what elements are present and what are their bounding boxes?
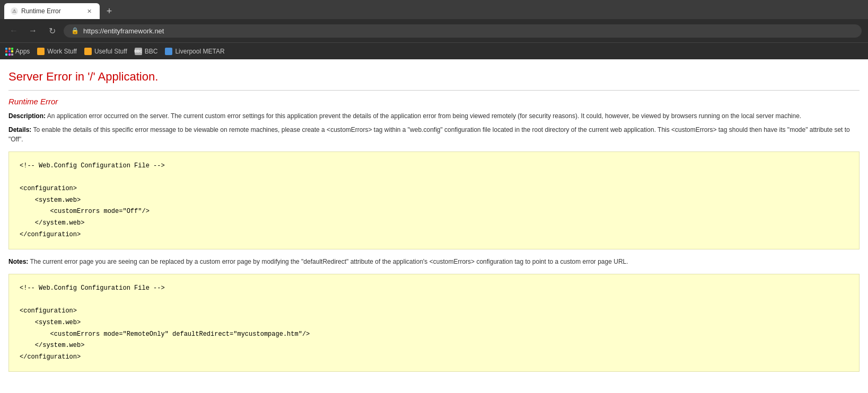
code-line-1-4: <customErrors mode="Off"/> bbox=[20, 206, 848, 218]
code-line-2-0: <!-- Web.Config Configuration File --> bbox=[20, 283, 848, 294]
code-line-1-5: </system.web> bbox=[20, 218, 848, 229]
back-button[interactable]: ← bbox=[6, 23, 21, 38]
code-line-1-1 bbox=[20, 172, 848, 184]
back-icon: ← bbox=[10, 26, 18, 35]
reload-icon: ↻ bbox=[49, 26, 56, 36]
code-line-2-5: </system.web> bbox=[20, 340, 848, 352]
forward-icon: → bbox=[29, 26, 37, 35]
bookmarks-bar: Apps Work Stuff Useful Stuff BBC BBC Liv… bbox=[0, 42, 868, 59]
bookmark-bbc[interactable]: BBC BBC bbox=[135, 48, 158, 55]
section-subtitle: Runtime Error bbox=[8, 97, 860, 106]
tab-close-button[interactable]: ✕ bbox=[85, 7, 93, 15]
forward-button[interactable]: → bbox=[25, 23, 40, 38]
useful-stuff-icon bbox=[84, 48, 92, 55]
browser-chrome: ⚠ Runtime Error ✕ + ← → ↻ 🔒 https://enti… bbox=[0, 0, 868, 59]
code-block-1: <!-- Web.Config Configuration File --> <… bbox=[8, 151, 860, 249]
tab-favicon: ⚠ bbox=[11, 7, 18, 15]
page-content: Server Error in '/' Application. Runtime… bbox=[0, 59, 868, 393]
active-tab[interactable]: ⚠ Runtime Error ✕ bbox=[4, 3, 100, 19]
code-line-1-2: <configuration> bbox=[20, 183, 848, 195]
bookmark-bbc-label: BBC bbox=[145, 48, 158, 55]
code-line-1-6: </configuration> bbox=[20, 229, 848, 241]
details-text: To enable the details of this specific e… bbox=[8, 126, 850, 143]
tab-bar: ⚠ Runtime Error ✕ + bbox=[0, 0, 868, 19]
code-block-2: <!-- Web.Config Configuration File --> <… bbox=[8, 274, 860, 372]
work-stuff-icon bbox=[37, 48, 45, 55]
bookmark-apps[interactable]: Apps bbox=[5, 48, 30, 55]
bookmark-liverpool-metar[interactable]: Liverpool METAR bbox=[165, 48, 224, 55]
code-line-1-3: <system.web> bbox=[20, 195, 848, 207]
url-text: https://entityframework.net bbox=[83, 27, 164, 35]
details-row: Details: To enable the details of this s… bbox=[8, 125, 860, 144]
bookmark-apps-label: Apps bbox=[15, 48, 30, 55]
tab-title: Runtime Error bbox=[21, 7, 82, 15]
code-line-2-1 bbox=[20, 294, 848, 306]
bbc-icon: BBC bbox=[135, 48, 142, 55]
reload-button[interactable]: ↻ bbox=[45, 23, 59, 38]
bookmark-work-stuff[interactable]: Work Stuff bbox=[37, 48, 77, 55]
liverpool-metar-icon bbox=[165, 48, 172, 55]
code-line-1-0: <!-- Web.Config Configuration File --> bbox=[20, 160, 848, 172]
notes-text: The current error page you are seeing ca… bbox=[30, 258, 628, 265]
code-line-2-4: <customErrors mode="RemoteOnly" defaultR… bbox=[20, 329, 848, 341]
code-line-2-6: </configuration> bbox=[20, 352, 848, 363]
description-row: Description: An application error occurr… bbox=[8, 111, 860, 121]
bookmark-useful-stuff[interactable]: Useful Stuff bbox=[84, 48, 127, 55]
bookmark-useful-stuff-label: Useful Stuff bbox=[94, 48, 127, 55]
description-text: An application error occurred on the ser… bbox=[47, 112, 801, 120]
code-line-2-3: <system.web> bbox=[20, 317, 848, 329]
address-bar[interactable]: 🔒 https://entityframework.net bbox=[64, 24, 862, 38]
notes-row: Notes: The current error page you are se… bbox=[8, 257, 860, 266]
lock-icon: 🔒 bbox=[71, 27, 79, 34]
notes-label: Notes: bbox=[8, 258, 28, 265]
new-tab-button[interactable]: + bbox=[102, 4, 117, 19]
description-label: Description: bbox=[8, 112, 46, 120]
bookmark-liverpool-metar-label: Liverpool METAR bbox=[175, 48, 224, 55]
nav-bar: ← → ↻ 🔒 https://entityframework.net bbox=[0, 19, 868, 42]
code-line-2-2: <configuration> bbox=[20, 306, 848, 317]
details-label: Details: bbox=[8, 126, 31, 133]
page-title: Server Error in '/' Application. bbox=[8, 70, 860, 91]
bookmark-work-stuff-label: Work Stuff bbox=[47, 48, 77, 55]
apps-grid-icon bbox=[5, 48, 13, 55]
